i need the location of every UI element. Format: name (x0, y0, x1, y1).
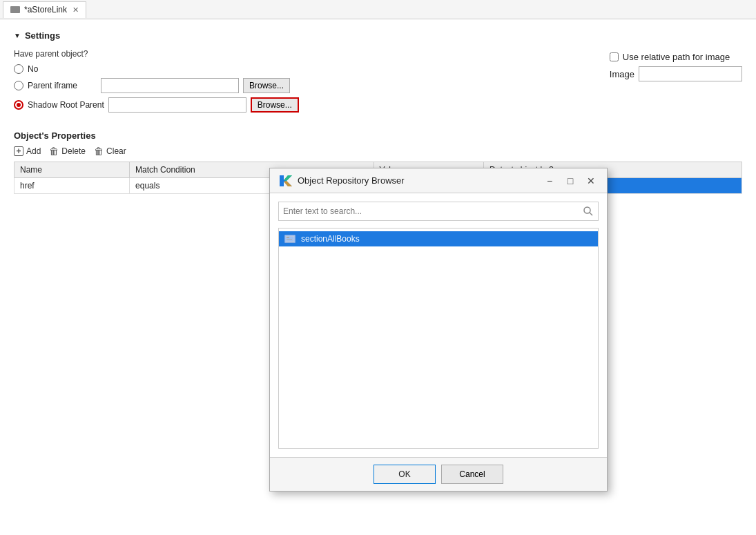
add-button[interactable]: + Add (14, 146, 41, 156)
add-label: Add (26, 146, 41, 156)
properties-toolbar: + Add 🗑 Delete 🗑 Clear (14, 146, 742, 156)
settings-left: Have parent object? No Parent iframe Bro… (14, 49, 610, 117)
radio-parent-iframe[interactable] (14, 81, 23, 90)
dialog-footer: OK Cancel (270, 457, 607, 491)
browse-parent-iframe-button[interactable]: Browse... (243, 78, 290, 93)
delete-button[interactable]: 🗑 Delete (49, 146, 86, 156)
use-relative-path-row: Use relative path for image (610, 52, 742, 62)
main-content: Settings Have parent object? No Parent i… (0, 19, 756, 535)
delete-label: Delete (61, 146, 86, 156)
clear-label: Clear (106, 146, 126, 156)
svg-marker-2 (284, 181, 292, 186)
image-row: Image (610, 66, 742, 81)
radio-shadow-root[interactable] (14, 100, 23, 110)
image-input[interactable] (639, 66, 742, 81)
svg-point-3 (584, 207, 590, 213)
list-item[interactable]: sectionAllBooks (279, 231, 598, 246)
clear-button[interactable]: 🗑 Clear (94, 146, 126, 156)
radio-no[interactable] (14, 64, 23, 74)
dialog-title-left: Object Repository Browser (278, 174, 405, 188)
settings-grid: Have parent object? No Parent iframe Bro… (14, 49, 742, 117)
dialog-minimize-button[interactable]: − (542, 173, 557, 188)
svg-rect-6 (287, 237, 289, 238)
repo-item-label: sectionAllBooks (301, 234, 360, 244)
dialog: Object Repository Browser − □ ✕ (269, 168, 608, 492)
search-input[interactable] (283, 206, 583, 216)
k-logo-icon (278, 174, 292, 188)
tab-bar: *aStoreLink ✕ (0, 0, 756, 19)
use-relative-path-label: Use relative path for image (623, 52, 730, 62)
radio-row-shadow-root: Shadow Root Parent Browse... (14, 97, 610, 113)
settings-right: Use relative path for image Image (610, 49, 742, 117)
dialog-close-button[interactable]: ✕ (583, 173, 599, 188)
radio-parent-iframe-label: Parent iframe (28, 81, 97, 90)
parent-question-label: Have parent object? (14, 49, 610, 59)
settings-right-content: Use relative path for image Image (610, 52, 742, 81)
tab-aStoreLink[interactable]: *aStoreLink ✕ (3, 1, 86, 18)
radio-shadow-root-label: Shadow Root Parent (28, 100, 104, 110)
repo-item-icon (284, 235, 295, 243)
dialog-titlebar: Object Repository Browser − □ ✕ (270, 168, 607, 193)
dialog-controls: − □ ✕ (542, 173, 599, 188)
properties-title: Object's Properties (14, 130, 742, 141)
radio-row-no: No (14, 64, 610, 74)
search-icon (583, 206, 594, 217)
add-icon: + (14, 146, 23, 156)
browse-shadow-root-button[interactable]: Browse... (251, 97, 299, 113)
tab-close-icon[interactable]: ✕ (72, 6, 79, 14)
dialog-maximize-button[interactable]: □ (563, 173, 578, 188)
parent-iframe-input[interactable] (101, 78, 239, 93)
image-label: Image (610, 69, 634, 79)
shadow-root-input[interactable] (108, 97, 246, 113)
clear-icon: 🗑 (94, 146, 104, 156)
radio-no-label: No (28, 64, 97, 74)
search-bar (278, 202, 599, 221)
repo-list: sectionAllBooks (278, 228, 599, 449)
cancel-button[interactable]: Cancel (441, 465, 503, 484)
delete-icon: 🗑 (49, 146, 59, 156)
tab-file-icon (10, 6, 20, 13)
svg-line-4 (590, 213, 592, 215)
dialog-body: sectionAllBooks (270, 193, 607, 457)
svg-rect-7 (287, 239, 292, 240)
use-relative-path-checkbox[interactable] (610, 52, 619, 61)
ok-button[interactable]: OK (374, 465, 436, 484)
settings-section-title: Settings (14, 30, 742, 41)
tab-label: *aStoreLink (24, 5, 67, 14)
col-name: Name (14, 162, 130, 178)
svg-marker-1 (284, 175, 292, 181)
cell-name: href (14, 178, 130, 194)
radio-row-parent-iframe: Parent iframe Browse... (14, 78, 610, 93)
dialog-title-text: Object Repository Browser (298, 175, 405, 186)
